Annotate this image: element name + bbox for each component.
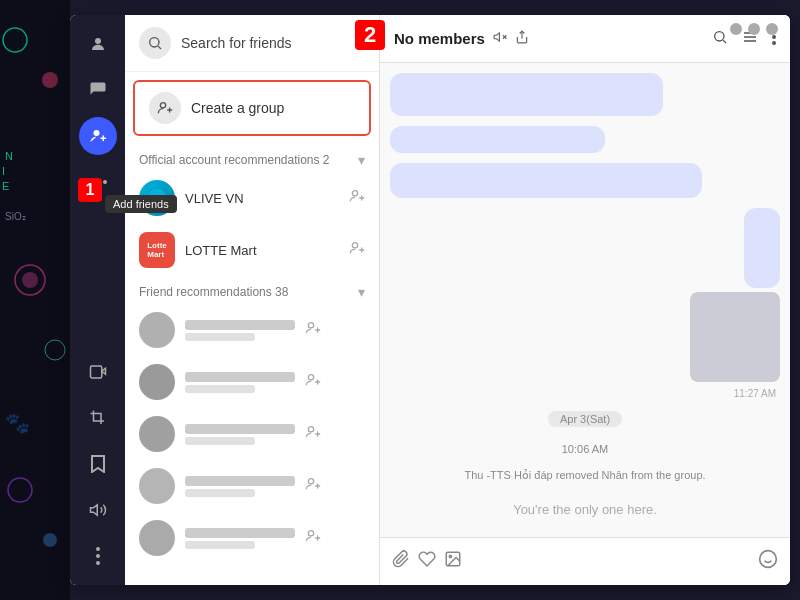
- close-button[interactable]: [766, 23, 778, 35]
- svg-point-26: [352, 191, 357, 196]
- add-friend-icon-5[interactable]: [305, 528, 321, 548]
- avatar: [139, 364, 175, 400]
- friend-info-blurred-4: [185, 476, 295, 497]
- svg-point-13: [95, 38, 101, 44]
- minimize-button[interactable]: [730, 23, 742, 35]
- sidebar-bookmark-icon[interactable]: [79, 445, 117, 483]
- sidebar-speaker-icon[interactable]: [79, 491, 117, 529]
- avatar: [139, 520, 175, 556]
- official-section-header[interactable]: Official account recommendations 2 ▾: [125, 144, 379, 172]
- emoji-icon[interactable]: [758, 549, 778, 574]
- list-item[interactable]: [125, 356, 379, 408]
- search-friends-button[interactable]: Search for friends: [125, 15, 379, 72]
- svg-rect-18: [90, 366, 101, 378]
- friend-chevron-icon: ▾: [358, 284, 365, 300]
- list-item[interactable]: [125, 408, 379, 460]
- share-icon[interactable]: [515, 30, 529, 47]
- message-bubble-right: [744, 208, 780, 288]
- date-divider: Apr 3(Sat): [548, 411, 622, 427]
- official-section-label: Official account recommendations 2: [139, 153, 330, 167]
- message-bubble: [390, 126, 605, 153]
- list-item[interactable]: LotteMart LOTTE Mart: [125, 224, 379, 276]
- message-row-right: [390, 208, 780, 382]
- label-2: 2: [355, 20, 385, 50]
- add-friend-vlive-icon[interactable]: [349, 188, 365, 208]
- add-friend-icon-4[interactable]: [305, 476, 321, 496]
- friend-name-lotte: LOTTE Mart: [185, 243, 339, 258]
- sidebar: [70, 15, 125, 585]
- sticker-icon[interactable]: [418, 550, 436, 573]
- chat-header: No members: [380, 15, 790, 63]
- avatar: [139, 312, 175, 348]
- message-image: [690, 292, 780, 382]
- svg-point-41: [772, 35, 776, 39]
- avatar: [139, 468, 175, 504]
- svg-point-31: [308, 479, 313, 484]
- svg-point-22: [150, 38, 159, 47]
- list-item[interactable]: [125, 304, 379, 356]
- friend-name-vlive: VLIVE VN: [185, 191, 339, 206]
- avatar: [139, 416, 175, 452]
- svg-point-23: [160, 103, 165, 108]
- chat-title: No members: [394, 30, 485, 47]
- create-group-icon: [149, 92, 181, 124]
- chat-messages-area[interactable]: 11:27 AM Apr 3(Sat) 10:06 AM Thu -TTS Hỏ…: [380, 63, 790, 537]
- chat-input-bar: [380, 537, 790, 585]
- add-friend-icon-1[interactable]: [305, 320, 321, 340]
- message-timestamp: 11:27 AM: [390, 388, 780, 399]
- create-group-button[interactable]: Create a group: [133, 80, 371, 136]
- friend-info-blurred-3: [185, 424, 295, 445]
- window-controls: [730, 23, 778, 35]
- sidebar-more-icon[interactable]: [79, 537, 117, 575]
- chat-panel: No members: [380, 15, 790, 585]
- attach-icon[interactable]: [392, 550, 410, 573]
- image-input-icon[interactable]: [444, 550, 462, 573]
- system-message: Thu -TTS Hỏi đáp removed Nhân from the g…: [390, 465, 780, 486]
- message-bubble: [390, 163, 702, 198]
- svg-point-44: [449, 555, 451, 557]
- list-item[interactable]: [125, 512, 379, 564]
- avatar: LotteMart: [139, 232, 175, 268]
- message-bubble: [390, 73, 663, 116]
- friends-panel: Search for friends Create a group Offici…: [125, 15, 380, 585]
- sidebar-video-icon[interactable]: [79, 353, 117, 391]
- sidebar-profile-icon[interactable]: [79, 25, 117, 63]
- add-friend-icon-3[interactable]: [305, 424, 321, 444]
- svg-point-42: [772, 41, 776, 45]
- svg-point-30: [308, 427, 313, 432]
- sidebar-chat-icon[interactable]: [79, 71, 117, 109]
- svg-point-17: [103, 180, 107, 184]
- maximize-button[interactable]: [748, 23, 760, 35]
- chat-header-left: No members: [394, 30, 529, 47]
- add-friend-icon-2[interactable]: [305, 372, 321, 392]
- message-group-right: [690, 208, 780, 382]
- system-time: 10:06 AM: [390, 439, 780, 459]
- add-friend-lotte-icon[interactable]: [349, 240, 365, 260]
- svg-point-14: [93, 130, 99, 136]
- search-friends-label: Search for friends: [181, 35, 292, 51]
- friend-info-blurred: [185, 320, 295, 341]
- mute-icon[interactable]: [493, 30, 507, 47]
- svg-point-28: [308, 323, 313, 328]
- search-chat-icon[interactable]: [712, 29, 728, 49]
- create-group-label: Create a group: [191, 100, 284, 116]
- friend-section-label: Friend recommendations 38: [139, 285, 288, 299]
- sidebar-crop-icon[interactable]: [79, 399, 117, 437]
- friend-recommendations-header[interactable]: Friend recommendations 38 ▾: [125, 276, 379, 304]
- svg-point-36: [715, 31, 724, 40]
- friend-info-blurred-5: [185, 528, 295, 549]
- sidebar-add-friend-icon[interactable]: [79, 117, 117, 155]
- svg-point-29: [308, 375, 313, 380]
- add-friends-tooltip: Add friends: [105, 195, 177, 213]
- svg-point-21: [96, 561, 100, 565]
- friend-info-blurred-2: [185, 372, 295, 393]
- main-window: Search for friends Create a group Offici…: [70, 15, 790, 585]
- label-1: 1: [78, 178, 102, 202]
- search-icon-circle: [139, 27, 171, 59]
- svg-point-27: [352, 243, 357, 248]
- svg-point-45: [760, 551, 777, 568]
- list-item[interactable]: [125, 460, 379, 512]
- official-chevron-icon: ▾: [358, 152, 365, 168]
- svg-point-19: [96, 547, 100, 551]
- svg-point-20: [96, 554, 100, 558]
